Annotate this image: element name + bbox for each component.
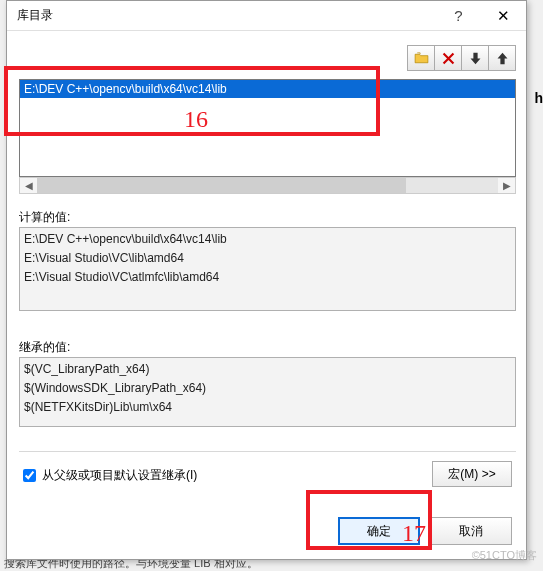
watermark: ©51CTO博客 bbox=[472, 548, 537, 563]
move-up-button[interactable] bbox=[488, 45, 516, 71]
folder-open-icon bbox=[413, 50, 430, 67]
inherited-value-row: $(VC_LibraryPath_x64) bbox=[24, 360, 511, 379]
calculated-value-row: E:\Visual Studio\VC\atlmfc\lib\amd64 bbox=[24, 268, 511, 287]
dialog-title: 库目录 bbox=[7, 7, 436, 24]
path-list[interactable]: E:\DEV C++\opencv\build\x64\vc14\lib bbox=[19, 79, 516, 177]
calculated-value-row: E:\DEV C++\opencv\build\x64\vc14\lib bbox=[24, 230, 511, 249]
calculated-value-row: E:\Visual Studio\VC\lib\amd64 bbox=[24, 249, 511, 268]
scroll-right-icon[interactable]: ▶ bbox=[498, 178, 515, 193]
cancel-button[interactable]: 取消 bbox=[430, 517, 512, 545]
help-button[interactable]: ? bbox=[436, 1, 481, 30]
path-toolbar bbox=[407, 45, 516, 71]
ok-button[interactable]: 确定 bbox=[338, 517, 420, 545]
inherited-values-box: $(VC_LibraryPath_x64) $(WindowsSDK_Libra… bbox=[19, 357, 516, 427]
inherit-checkbox[interactable] bbox=[23, 469, 36, 482]
scroll-thumb[interactable] bbox=[37, 178, 406, 193]
scroll-left-icon[interactable]: ◀ bbox=[20, 178, 37, 193]
window-controls: ? ✕ bbox=[436, 1, 526, 30]
delete-button[interactable] bbox=[434, 45, 462, 71]
calculated-values-box: E:\DEV C++\opencv\build\x64\vc14\lib E:\… bbox=[19, 227, 516, 311]
arrow-down-icon bbox=[467, 50, 484, 67]
dialog-footer: 确定 取消 bbox=[338, 517, 512, 545]
move-down-button[interactable] bbox=[461, 45, 489, 71]
path-list-item-selected[interactable]: E:\DEV C++\opencv\build\x64\vc14\lib bbox=[20, 80, 515, 98]
path-list-hscrollbar[interactable]: ◀ ▶ bbox=[19, 177, 516, 194]
titlebar: 库目录 ? ✕ bbox=[7, 1, 526, 31]
inherited-value-row: $(NETFXKitsDir)Lib\um\x64 bbox=[24, 398, 511, 417]
separator bbox=[19, 451, 516, 452]
inherit-checkbox-label: 从父级或项目默认设置继承(I) bbox=[42, 467, 197, 484]
arrow-up-icon bbox=[494, 50, 511, 67]
inherited-values-label: 继承的值: bbox=[19, 339, 70, 356]
inherited-value-row: $(WindowsSDK_LibraryPath_x64) bbox=[24, 379, 511, 398]
cropped-background-char: h bbox=[534, 90, 543, 106]
scroll-track[interactable] bbox=[37, 178, 498, 193]
macros-button[interactable]: 宏(M) >> bbox=[432, 461, 512, 487]
delete-x-icon bbox=[440, 50, 457, 67]
library-directories-dialog: 库目录 ? ✕ E:\DEV C++\opencv\build\x64\vc14… bbox=[6, 0, 527, 560]
close-button[interactable]: ✕ bbox=[481, 1, 526, 30]
calculated-values-label: 计算的值: bbox=[19, 209, 70, 226]
inherit-from-parent-row: 从父级或项目默认设置继承(I) bbox=[19, 466, 197, 485]
add-folder-button[interactable] bbox=[407, 45, 435, 71]
